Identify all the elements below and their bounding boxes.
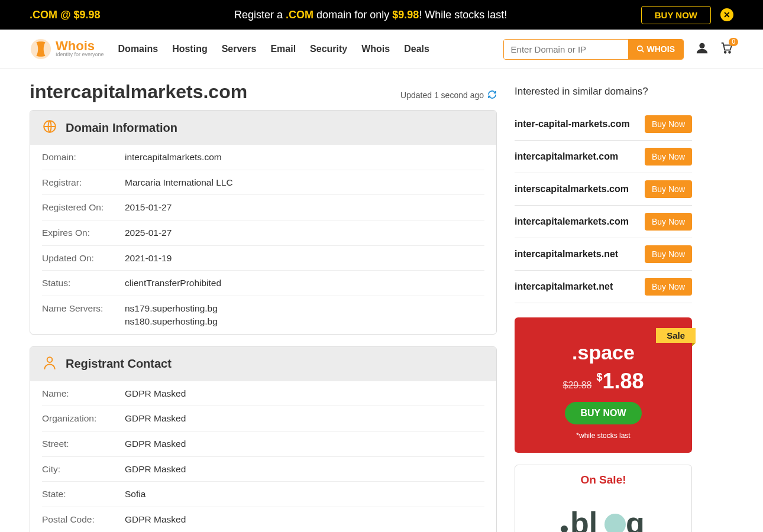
contact-row: Street:GDPR Masked: [42, 432, 484, 457]
info-row: Registrar:Marcaria International LLC: [42, 170, 484, 196]
onsale-card: On Sale! bl g: [515, 465, 692, 532]
info-row: Expires On:2025-01-27: [42, 220, 484, 246]
similar-buy-button[interactable]: Buy Now: [645, 180, 692, 198]
account-icon[interactable]: [696, 41, 709, 57]
page-title: intercapitalmarkets.com: [30, 81, 247, 103]
similar-buy-button[interactable]: Buy Now: [645, 278, 692, 296]
info-label: Updated On:: [42, 252, 125, 265]
domain-info-card: Domain Information Domain:intercapitalma…: [30, 110, 497, 335]
contact-value: GDPR Masked: [125, 463, 484, 476]
contact-value: Sofia: [125, 488, 484, 501]
info-row: Updated On:2021-01-19: [42, 246, 484, 271]
promo-left-text: .COM @ $9.98: [30, 9, 101, 21]
svg-point-0: [637, 46, 642, 51]
similar-buy-button[interactable]: Buy Now: [645, 245, 692, 263]
sale-domain: .space: [526, 341, 680, 364]
nav-servers[interactable]: Servers: [222, 44, 257, 54]
promo-banner: .COM @ $9.98 Register a .COM domain for …: [0, 0, 763, 30]
domain-search-input[interactable]: [504, 40, 628, 59]
info-value: 2021-01-19: [125, 252, 484, 265]
registrant-heading: Registrant Contact: [66, 357, 172, 371]
similar-domain-name: interscapitalmarkets.com: [515, 184, 629, 194]
contact-value: GDPR Masked: [125, 513, 484, 526]
info-value: intercapitalmarkets.com: [125, 151, 484, 164]
contact-label: Organization:: [42, 412, 125, 425]
nav-hosting[interactable]: Hosting: [172, 44, 208, 54]
globe-icon: [42, 119, 57, 137]
main-nav: Domains Hosting Servers Email Security W…: [118, 44, 429, 54]
similar-domain-name: intercapitalemarkets.com: [515, 216, 629, 227]
contact-row: Name:GDPR Masked: [42, 381, 484, 407]
domain-search-button[interactable]: WHOIS: [628, 40, 683, 59]
info-label: Expires On:: [42, 226, 125, 239]
contact-label: Street:: [42, 437, 125, 450]
svg-text:g: g: [626, 506, 645, 532]
info-label: Name Servers:: [42, 302, 125, 327]
info-value: clientTransferProhibited: [125, 277, 484, 290]
promo-center-text: Register a .COM domain for only $9.98! W…: [101, 9, 641, 21]
domain-search: WHOIS: [503, 39, 684, 60]
blog-logo: bl g: [523, 494, 683, 532]
similar-domain-name: intercapitalmarket.com: [515, 151, 618, 162]
similar-domain-row: inter-capital-markets.comBuy Now: [515, 108, 692, 141]
logo-tagline: Identity for everyone: [56, 51, 104, 57]
nav-whois[interactable]: Whois: [361, 44, 390, 54]
nav-deals[interactable]: Deals: [404, 44, 429, 54]
cart-icon[interactable]: 0: [719, 41, 733, 57]
contact-value: GDPR Masked: [125, 387, 484, 400]
info-row: Name Servers:ns179.superhosting.bgns180.…: [42, 296, 484, 333]
similar-domain-name: inter-capital-markets.com: [515, 119, 630, 129]
sale-old-price: $29.88: [562, 380, 591, 391]
promo-close-button[interactable]: ✕: [720, 8, 733, 21]
sale-note: *while stocks last: [526, 432, 680, 440]
nav-domains[interactable]: Domains: [118, 44, 159, 54]
info-row: Domain:intercapitalmarkets.com: [42, 145, 484, 170]
svg-text:bl: bl: [570, 506, 597, 532]
cart-count-badge: 0: [729, 38, 738, 46]
search-icon: [636, 45, 645, 53]
registrant-card: Registrant Contact Name:GDPR MaskedOrgan…: [30, 346, 497, 533]
info-label: Registrar:: [42, 176, 125, 189]
logo-icon: [30, 38, 52, 60]
site-logo[interactable]: Whois Identity for everyone: [30, 38, 104, 60]
svg-point-6: [47, 357, 53, 362]
logo-name: Whois: [56, 41, 104, 51]
domain-info-heading: Domain Information: [66, 121, 177, 135]
info-value: 2015-01-27: [125, 201, 484, 214]
svg-point-2: [699, 43, 704, 48]
sale-card: Sale .space $29.88 $1.88 BUY NOW *while …: [515, 317, 692, 453]
updated-text: Updated 1 second ago: [400, 90, 484, 100]
promo-buy-button[interactable]: BUY NOW: [641, 6, 711, 24]
similar-domain-name: intercapitalmarket.net: [515, 281, 613, 292]
info-row: Status:clientTransferProhibited: [42, 271, 484, 296]
svg-point-4: [729, 51, 730, 53]
sale-buy-button[interactable]: BUY NOW: [565, 402, 641, 424]
info-value: 2025-01-27: [125, 226, 484, 239]
similar-domains-title: Interested in similar domains?: [515, 86, 692, 98]
similar-domain-row: intercapitalmarkets.netBuy Now: [515, 238, 692, 271]
similar-domain-row: intercapitalmarket.netBuy Now: [515, 271, 692, 303]
similar-domain-row: intercapitalemarkets.comBuy Now: [515, 206, 692, 238]
contact-row: City:GDPR Masked: [42, 457, 484, 482]
nav-security[interactable]: Security: [310, 44, 347, 54]
contact-value: GDPR Masked: [125, 412, 484, 425]
similar-buy-button[interactable]: Buy Now: [645, 115, 692, 133]
contact-value: GDPR Masked: [125, 437, 484, 450]
svg-point-7: [561, 525, 568, 532]
nav-email[interactable]: Email: [270, 44, 296, 54]
similar-buy-button[interactable]: Buy Now: [645, 213, 692, 231]
svg-point-3: [725, 51, 726, 53]
svg-point-9: [604, 514, 626, 532]
sale-tag: Sale: [656, 328, 696, 343]
contact-row: State:Sofia: [42, 482, 484, 507]
site-header: Whois Identity for everyone Domains Host…: [0, 30, 763, 69]
similar-buy-button[interactable]: Buy Now: [645, 148, 692, 166]
info-label: Status:: [42, 277, 125, 290]
info-row: Registered On:2015-01-27: [42, 195, 484, 220]
onsale-title: On Sale!: [523, 473, 683, 486]
contact-label: Name:: [42, 387, 125, 400]
contact-label: State:: [42, 488, 125, 501]
refresh-icon[interactable]: [487, 90, 497, 101]
person-icon: [42, 355, 57, 373]
svg-line-1: [641, 50, 644, 53]
